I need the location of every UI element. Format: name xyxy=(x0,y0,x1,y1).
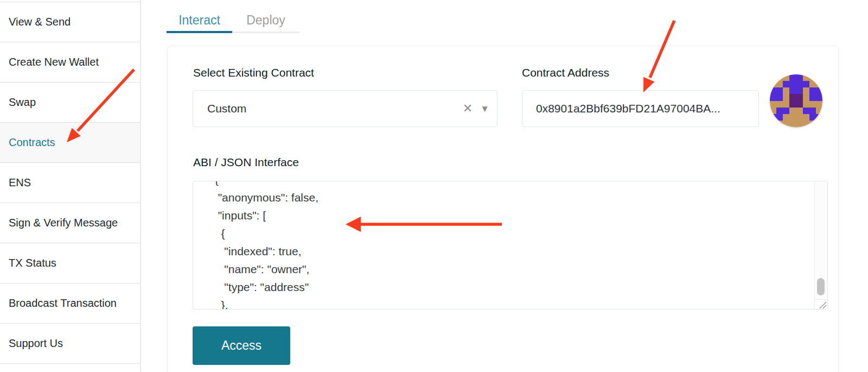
textarea-resize-handle[interactable] xyxy=(814,299,827,309)
tab-interact-underline xyxy=(167,31,232,33)
sidebar-item-label: Broadcast Transaction xyxy=(9,297,117,310)
tab-interact-label: Interact xyxy=(178,13,220,28)
abi-scrollbar-track[interactable] xyxy=(814,181,827,299)
chevron-down-icon[interactable]: ▼ xyxy=(480,104,489,114)
sidebar-list: View & Send Create New Wallet Swap Contr… xyxy=(0,2,140,364)
resize-grip-icon xyxy=(815,300,828,310)
access-button[interactable]: Access xyxy=(193,326,290,365)
select-existing-contract-label: Select Existing Contract xyxy=(193,66,314,79)
sidebar-item-label: Create New Wallet xyxy=(9,56,99,68)
contract-address-label: Contract Address xyxy=(522,66,609,79)
abi-json-content: { "anonymous": false, "inputs": [ { "ind… xyxy=(193,181,814,309)
contract-tabs: Interact Deploy xyxy=(167,7,299,33)
abi-json-interface-label: ABI / JSON Interface xyxy=(193,156,299,169)
sidebar-item-ens[interactable]: ENS xyxy=(0,163,140,203)
sidebar-item-label: Support Us xyxy=(9,337,63,350)
tab-interact[interactable]: Interact xyxy=(167,7,232,33)
selected-contract-value: Custom xyxy=(207,102,246,115)
sidebar-item-label: ENS xyxy=(9,176,31,189)
sidebar-item-support-us[interactable]: Support Us xyxy=(0,324,140,364)
sidebar-item-label: Contracts xyxy=(9,136,55,149)
sidebar-item-sign-verify-message[interactable]: Sign & Verify Message xyxy=(0,203,140,243)
sidebar-item-broadcast-transaction[interactable]: Broadcast Transaction xyxy=(0,283,140,324)
sidebar-item-label: View & Send xyxy=(9,16,71,28)
dropdown-icons: ✕ ▼ xyxy=(463,91,489,127)
clear-selection-icon[interactable]: ✕ xyxy=(463,103,473,115)
contract-address-value: 0x8901a2Bbf639bFD21A97004BA... xyxy=(536,102,720,115)
app-window: View & Send Create New Wallet Swap Contr… xyxy=(0,0,868,372)
sidebar-nav: View & Send Create New Wallet Swap Contr… xyxy=(0,0,141,372)
tab-deploy[interactable]: Deploy xyxy=(232,7,299,33)
tab-deploy-label: Deploy xyxy=(246,13,285,28)
select-existing-contract-dropdown[interactable]: Custom ✕ ▼ xyxy=(193,90,497,127)
sidebar-item-swap[interactable]: Swap xyxy=(0,83,140,123)
contract-address-input[interactable]: 0x8901a2Bbf639bFD21A97004BA... xyxy=(522,90,759,127)
address-identicon-avatar xyxy=(770,74,822,127)
sidebar-item-view-send[interactable]: View & Send xyxy=(0,2,140,42)
sidebar-item-contracts[interactable]: Contracts xyxy=(0,123,140,163)
sidebar-item-label: Sign & Verify Message xyxy=(9,217,118,229)
sidebar-item-tx-status[interactable]: TX Status xyxy=(0,243,140,283)
sidebar-item-label: TX Status xyxy=(9,257,56,269)
abi-json-textarea[interactable]: { "anonymous": false, "inputs": [ { "ind… xyxy=(193,181,828,310)
sidebar-item-label: Swap xyxy=(9,96,36,109)
tab-deploy-underline xyxy=(232,31,299,33)
abi-scrollbar-thumb[interactable] xyxy=(817,278,825,295)
abi-json-text: { "anonymous": false, "inputs": [ { "ind… xyxy=(193,181,814,309)
sidebar-item-create-new-wallet[interactable]: Create New Wallet xyxy=(0,42,140,83)
